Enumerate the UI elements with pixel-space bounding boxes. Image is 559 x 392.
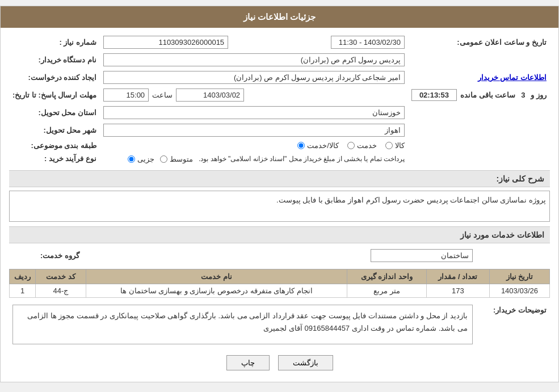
- col-tedad: تعداد / مقدار: [426, 269, 489, 284]
- noee-text: پرداخت تمام یا بخشی از مبلغ خریداز محل "…: [199, 155, 405, 163]
- page-header: جزئیات اطلاعات نیاز: [1, 6, 558, 28]
- col-vahed: واحد اندازه گیری: [347, 269, 426, 284]
- noee-jozee-radio[interactable]: [128, 155, 135, 163]
- col-tarikh: تاریخ نیاز: [489, 269, 549, 284]
- tabaqe-kala-label: کالا: [395, 141, 405, 150]
- col-radif: ردیف: [10, 269, 36, 284]
- shahr-label: شهر محل تحویل:: [9, 121, 100, 139]
- naam-dastaghah-value: پردیس رسول اکرم ص (برادران): [103, 53, 405, 66]
- cell-kod: ج-44: [36, 284, 86, 297]
- ostan-value: خوزستان: [103, 106, 405, 119]
- col-naam: نام خدمت: [86, 269, 347, 284]
- buttons-row: بازگشت چاپ: [9, 355, 550, 370]
- col-kod: کد خدمت: [36, 269, 86, 284]
- noee-motavaset-option[interactable]: متوسط: [160, 155, 193, 163]
- sharh-value: پروژه نماسازی سالن اجتماعات پردیس حضرت ر…: [9, 191, 550, 222]
- goroh-label: گروه خدمت:: [9, 247, 83, 264]
- btn-chap[interactable]: چاپ: [226, 355, 270, 370]
- shomara-niaz-value: 1103093026000015: [103, 36, 228, 49]
- noee-jozee-label: جزیی: [137, 155, 154, 163]
- mohlat-label: مهلت ارسال پاسخ: تا تاریخ:: [9, 86, 100, 104]
- tabaqe-kala-option[interactable]: کالا: [385, 141, 405, 150]
- tarikh-value: 1403/02/30 - 11:30: [331, 36, 405, 49]
- goroh-value: ساختمان: [371, 249, 473, 262]
- table-row: 1403/03/26 173 متر مربع انجام کارهای متف…: [10, 284, 550, 297]
- mohlat-saaat-value: 15:00: [103, 88, 149, 102]
- countdown-value: 02:13:53: [411, 89, 457, 101]
- tarikh-label: تاریخ و ساعت اعلان عمومی:: [408, 33, 550, 51]
- mohlat-saaat-label: ساعت: [152, 91, 173, 99]
- ostan-label: استان محل تحویل:: [9, 104, 100, 121]
- cell-tedad: 173: [426, 284, 489, 297]
- mohlat-date: 1403/03/02: [176, 88, 244, 102]
- tawsiyat-label: توضیحات خریدار:: [476, 301, 550, 347]
- tabaqe-khedmat-radio[interactable]: [347, 142, 355, 149]
- cell-tarikh: 1403/03/26: [489, 284, 549, 297]
- sharh-section-title: شرح کلی نیاز:: [9, 170, 550, 187]
- cell-vahed: متر مربع: [347, 284, 426, 297]
- noee-jozee-option[interactable]: جزیی: [128, 155, 154, 163]
- tamaas-link[interactable]: اطلاعات تماس خریدار: [478, 73, 547, 82]
- tabaqe-radio-group: کالا/خدمت خدمت کالا: [297, 141, 405, 150]
- tabaqe-kala-khedmat-radio[interactable]: [297, 142, 305, 149]
- khedamat-section-title: اطلاعات خدمات مورد نیاز: [9, 226, 550, 243]
- tabaqe-label: طبقه بندی موضوعی:: [9, 139, 100, 152]
- ijad-konande-value: امیر شجاعی کاربرداز پردیس رسول اکرم ص (ب…: [103, 71, 405, 84]
- mohlat-rooz-label: روز و: [531, 91, 547, 99]
- noee-radio-group: پرداخت تمام یا بخشی از مبلغ خریداز محل "…: [128, 155, 405, 163]
- tabaqe-khedmat-option[interactable]: خدمت: [347, 141, 377, 150]
- tabaqe-kala-radio[interactable]: [385, 142, 393, 149]
- mohlat-rooz-value: 3: [521, 91, 525, 99]
- cell-naam: انجام کارهای متفرقه درخصوص بازسازی و بهس…: [86, 284, 347, 297]
- services-table: تاریخ نیاز تعداد / مقدار واحد اندازه گیر…: [9, 269, 550, 298]
- tawsiyat-value: بازدید از محل و داشتن مستندات فایل پیوست…: [12, 305, 473, 344]
- naam-dastaghah-label: نام دستگاه خریدار:: [9, 51, 100, 69]
- tabaqe-khedmat-label: خدمت: [357, 141, 377, 150]
- cell-radif: 1: [10, 284, 36, 297]
- noee-motavaset-label: متوسط: [170, 155, 193, 163]
- ijad-konande-label: ایجاد کننده درخواست:: [9, 69, 100, 86]
- shomara-niaz-label: شماره نیاز :: [9, 33, 100, 51]
- noee-motavaset-radio[interactable]: [160, 155, 167, 163]
- shahr-value: اهواز: [103, 124, 405, 137]
- page-title: جزئیات اطلاعات نیاز: [243, 12, 316, 22]
- tabaqe-kala-khedmat-option[interactable]: کالا/خدمت: [297, 141, 339, 150]
- tabaqe-kala-khedmat-label: کالا/خدمت: [307, 141, 339, 150]
- noee-farayand-label: نوع فرآیند خرید :: [9, 152, 100, 166]
- btn-bazgasht[interactable]: بازگشت: [278, 355, 333, 370]
- countdown-label: ساعت باقی مانده: [460, 91, 515, 99]
